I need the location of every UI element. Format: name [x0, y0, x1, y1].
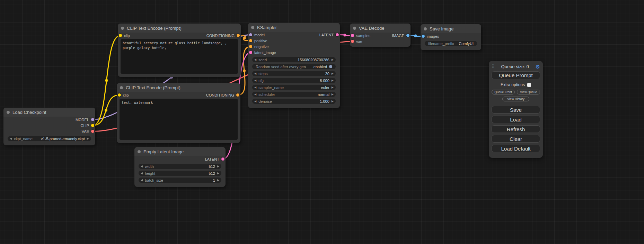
widget-label: scheduler	[258, 92, 275, 97]
toggle-dot[interactable]	[329, 65, 332, 68]
increment-arrow-icon[interactable]: ▶	[217, 179, 219, 182]
clip-input-port[interactable]	[119, 34, 122, 37]
widget-height[interactable]: ◀ height 512 ▶	[139, 171, 221, 176]
next-arrow-icon[interactable]: ▶	[332, 93, 334, 96]
collapse-dot[interactable]	[7, 111, 10, 114]
graph-viewport[interactable]: Load Checkpoint MODEL CLIP VAE ◀ ckpt_na…	[0, 0, 644, 244]
refresh-button[interactable]: Refresh	[492, 125, 540, 133]
decrement-arrow-icon[interactable]: ◀	[254, 79, 256, 82]
save-button[interactable]: Save	[492, 106, 540, 114]
clear-button[interactable]: Clear	[492, 135, 540, 143]
widget-sampler-name[interactable]: ◀ sampler_name euler ▶	[252, 85, 336, 90]
increment-arrow-icon[interactable]: ▶	[332, 100, 334, 103]
conditioning-output-port[interactable]	[236, 93, 239, 97]
samples-input-port[interactable]	[351, 34, 354, 37]
clip-input-port[interactable]	[118, 93, 121, 97]
decrement-arrow-icon[interactable]: ◀	[254, 72, 256, 75]
node-clip-text-encode-positive[interactable]: CLIP Text Encode (Prompt) clip CONDITION…	[118, 24, 241, 77]
node-header[interactable]: CLIP Text Encode (Prompt)	[118, 24, 241, 33]
prev-arrow-icon[interactable]: ◀	[10, 137, 12, 140]
decrement-arrow-icon[interactable]: ◀	[141, 165, 143, 168]
collapse-dot[interactable]	[251, 26, 254, 29]
prev-arrow-icon[interactable]: ◀	[254, 86, 256, 89]
drag-handle-icon[interactable]: ⠿	[492, 64, 495, 69]
decrement-arrow-icon[interactable]: ◀	[254, 58, 256, 61]
io-row: images	[421, 33, 481, 39]
widget-steps[interactable]: ◀ steps 20 ▶	[252, 71, 336, 76]
view-queue-button[interactable]: View Queue	[517, 90, 540, 94]
positive-input-port[interactable]	[249, 39, 252, 42]
increment-arrow-icon[interactable]: ▶	[217, 172, 219, 175]
node-title: CLIP Text Encode (Prompt)	[127, 26, 182, 31]
collapse-dot[interactable]	[424, 27, 427, 30]
queue-size-label: Queue size: 0	[495, 64, 536, 69]
clip-output-port[interactable]	[91, 124, 94, 127]
port-label: CONDITIONING	[206, 93, 234, 97]
node-header[interactable]: VAE Decode	[350, 24, 411, 33]
image-output-port[interactable]	[406, 34, 409, 37]
node-header[interactable]: CLIP Text Encode (Prompt)	[117, 83, 240, 92]
images-input-port[interactable]	[422, 35, 425, 38]
collapse-dot[interactable]	[120, 86, 123, 89]
decrement-arrow-icon[interactable]: ◀	[254, 100, 256, 103]
queue-front-button[interactable]: Queue Front	[492, 90, 515, 94]
node-title: Save Image	[430, 26, 453, 31]
latent-output-port[interactable]	[221, 157, 224, 161]
queue-prompt-button[interactable]: Queue Prompt	[492, 71, 540, 79]
prompt-textarea[interactable]: text, watermark	[120, 99, 238, 140]
node-load-checkpoint[interactable]: Load Checkpoint MODEL CLIP VAE ◀ ckpt_na…	[3, 108, 95, 145]
node-save-image[interactable]: Save Image images filename_prefix ComfyU…	[421, 24, 481, 50]
widget-value: v1-5-pruned-emaonly.ckpt	[41, 137, 85, 141]
widget-filename-prefix[interactable]: filename_prefix ComfyUI	[425, 41, 477, 46]
view-history-button[interactable]: View History	[502, 97, 529, 101]
node-header[interactable]: KSampler	[248, 23, 340, 32]
next-arrow-icon[interactable]: ▶	[332, 86, 334, 89]
collapse-dot[interactable]	[121, 27, 124, 30]
decrement-arrow-icon[interactable]: ◀	[141, 179, 143, 182]
model-input-port[interactable]	[249, 33, 252, 36]
widget-ckpt-name[interactable]: ◀ ckpt_name v1-5-pruned-emaonly.ckpt ▶	[8, 136, 91, 141]
latent-output-port[interactable]	[336, 33, 339, 36]
decrement-arrow-icon[interactable]: ◀	[141, 172, 143, 175]
node-vae-decode[interactable]: VAE Decode samples IMAGE vae	[350, 24, 411, 47]
widget-seed[interactable]: ◀ seed 156680208700286 ▶	[252, 57, 336, 62]
increment-arrow-icon[interactable]: ▶	[217, 165, 219, 168]
node-header[interactable]: Empty Latent Image	[134, 147, 226, 156]
widget-batch-size[interactable]: ◀ batch_size 1 ▶	[139, 178, 221, 183]
widget-value: 156680208700286	[298, 58, 329, 62]
load-button[interactable]: Load	[492, 116, 540, 123]
vae-input-port[interactable]	[351, 40, 354, 43]
io-row: positive	[248, 38, 340, 44]
negative-input-port[interactable]	[249, 45, 252, 48]
widget-label: steps	[258, 72, 267, 76]
prompt-textarea[interactable]: beautiful scenery nature glass bottle la…	[121, 39, 238, 74]
queue-menu-panel[interactable]: ⠿ Queue size: 0 ⚙ Queue Prompt Extra opt…	[489, 61, 543, 158]
node-ksampler[interactable]: KSampler model LATENT positive negative …	[248, 23, 340, 108]
node-header[interactable]: Load Checkpoint	[3, 108, 95, 117]
increment-arrow-icon[interactable]: ▶	[332, 79, 334, 82]
widget-width[interactable]: ◀ width 512 ▶	[139, 164, 221, 169]
increment-arrow-icon[interactable]: ▶	[332, 58, 334, 61]
widget-denoise[interactable]: ◀ denoise 1.000 ▶	[252, 99, 336, 104]
load-default-button[interactable]: Load Default	[492, 145, 540, 152]
node-empty-latent-image[interactable]: Empty Latent Image LATENT ◀ width 512 ▶ …	[134, 147, 226, 187]
node-clip-text-encode-negative[interactable]: CLIP Text Encode (Prompt) clip CONDITION…	[117, 83, 240, 143]
conditioning-output-port[interactable]	[237, 34, 240, 37]
increment-arrow-icon[interactable]: ▶	[332, 72, 334, 75]
collapse-dot[interactable]	[353, 27, 356, 30]
io-row: MODEL	[3, 117, 95, 123]
next-arrow-icon[interactable]: ▶	[87, 137, 89, 140]
model-output-port[interactable]	[91, 118, 94, 121]
widget-cfg[interactable]: ◀ cfg 8.000 ▶	[252, 78, 336, 83]
vae-output-port[interactable]	[91, 130, 94, 133]
settings-gear-icon[interactable]: ⚙	[536, 64, 540, 69]
prev-arrow-icon[interactable]: ◀	[254, 93, 256, 96]
widget-scheduler[interactable]: ◀ scheduler normal ▶	[252, 92, 336, 97]
collapse-dot[interactable]	[138, 150, 141, 153]
port-label: LATENT	[205, 157, 219, 161]
extra-options-checkbox[interactable]	[527, 83, 531, 87]
node-header[interactable]: Save Image	[421, 24, 481, 33]
node-graph-canvas[interactable]: { "colors": { "MODEL": "#b39ddb", "CLIP"…	[0, 0, 644, 244]
widget-random-seed-toggle[interactable]: Random seed after every gen enabled	[252, 64, 336, 69]
latent-image-input-port[interactable]	[249, 51, 252, 54]
